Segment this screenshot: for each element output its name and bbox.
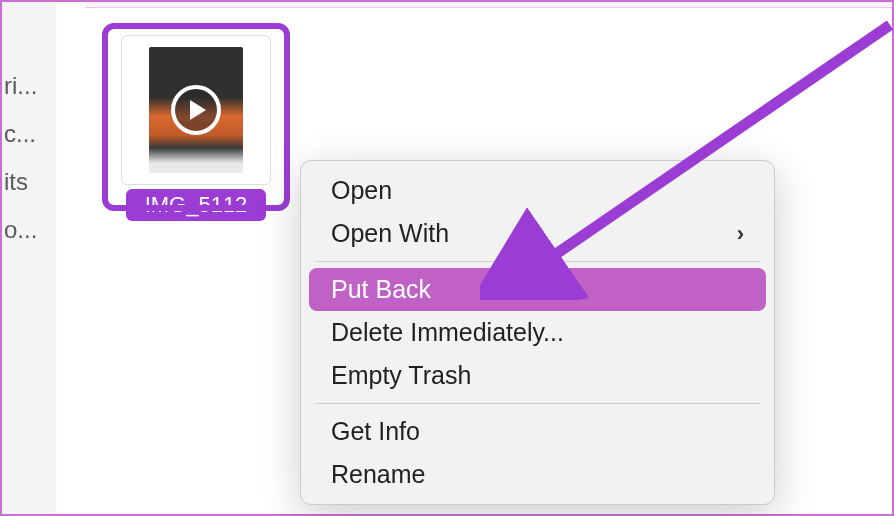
menu-item-label: Open	[331, 176, 392, 205]
menu-item-open[interactable]: Open	[309, 169, 766, 212]
play-icon	[171, 85, 221, 135]
menu-item-rename[interactable]: Rename	[309, 453, 766, 496]
sidebar: ri... c... its o...	[2, 2, 56, 514]
menu-separator	[315, 261, 760, 262]
file-item[interactable]: IMG_5112	[107, 28, 285, 221]
menu-item-label: Delete Immediately...	[331, 318, 564, 347]
menu-item-delete-immediately[interactable]: Delete Immediately...	[309, 311, 766, 354]
sidebar-item[interactable]: ri...	[2, 62, 56, 110]
main-content-area[interactable]: IMG_5112 Open Open With › Put Back Delet…	[85, 10, 892, 514]
sidebar-item[interactable]: c...	[2, 110, 56, 158]
chevron-right-icon: ›	[737, 221, 744, 247]
menu-item-put-back[interactable]: Put Back	[309, 268, 766, 311]
menu-separator	[315, 403, 760, 404]
sidebar-item[interactable]: o...	[2, 206, 56, 254]
window-toolbar-strip	[85, 2, 892, 8]
menu-item-get-info[interactable]: Get Info	[309, 410, 766, 453]
play-triangle-icon	[190, 100, 206, 120]
menu-item-label: Empty Trash	[331, 361, 471, 390]
menu-item-open-with[interactable]: Open With ›	[309, 212, 766, 255]
sidebar-item[interactable]: its	[2, 158, 56, 206]
menu-item-label: Put Back	[331, 275, 431, 304]
menu-item-empty-trash[interactable]: Empty Trash	[309, 354, 766, 397]
menu-item-label: Open With	[331, 219, 449, 248]
menu-item-label: Get Info	[331, 417, 420, 446]
menu-item-label: Rename	[331, 460, 426, 489]
context-menu: Open Open With › Put Back Delete Immedia…	[300, 160, 775, 505]
file-name-label[interactable]: IMG_5112	[126, 189, 266, 221]
file-thumbnail[interactable]	[121, 35, 271, 185]
video-thumbnail-image	[149, 47, 243, 173]
